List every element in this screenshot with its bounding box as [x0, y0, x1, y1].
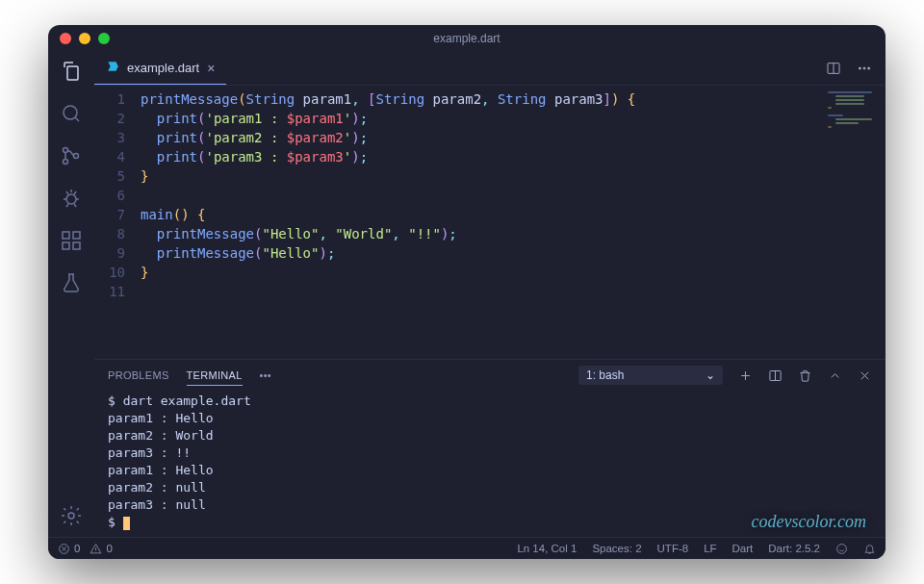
svg-point-11 [859, 67, 860, 69]
search-icon[interactable] [60, 102, 83, 125]
status-indent[interactable]: Spaces: 2 [592, 543, 641, 554]
svg-rect-7 [73, 242, 80, 249]
zoom-window-button[interactable] [98, 33, 110, 44]
status-warnings[interactable]: 0 [90, 543, 112, 555]
panel-more-icon[interactable]: ••• [260, 369, 271, 381]
explorer-icon[interactable] [60, 60, 83, 83]
problems-tab[interactable]: PROBLEMS [108, 369, 169, 381]
settings-gear-icon[interactable] [60, 504, 83, 527]
new-terminal-icon[interactable] [738, 368, 753, 383]
status-encoding[interactable]: UTF-8 [657, 543, 689, 554]
more-actions-icon[interactable] [857, 61, 872, 76]
svg-point-0 [64, 106, 77, 119]
terminal-tab[interactable]: TERMINAL [187, 369, 243, 386]
status-position[interactable]: Ln 14, Col 1 [517, 543, 577, 554]
editor-area: example.dart × 1234567891011 printMessag… [94, 52, 886, 537]
maximize-panel-icon[interactable] [828, 368, 842, 383]
status-sdk[interactable]: Dart: 2.5.2 [768, 543, 820, 554]
vscode-window: example.dart [48, 25, 886, 559]
close-panel-icon[interactable] [858, 368, 872, 383]
line-gutter: 1234567891011 [94, 89, 141, 359]
code-content[interactable]: printMessage(String param1, [String para… [141, 89, 828, 359]
svg-point-13 [868, 67, 870, 69]
svg-point-4 [66, 194, 76, 204]
svg-point-2 [64, 160, 68, 165]
dropdown-caret-icon: ⌄ [706, 368, 715, 382]
window-title: example.dart [48, 32, 886, 45]
minimap[interactable] [828, 86, 886, 359]
svg-point-9 [68, 513, 74, 519]
workbench-body: example.dart × 1234567891011 printMessag… [48, 52, 886, 537]
split-terminal-icon[interactable] [768, 368, 783, 383]
bottom-panel: PROBLEMS TERMINAL ••• 1: bash ⌄ [94, 359, 886, 537]
minimize-window-button[interactable] [79, 33, 90, 44]
split-editor-icon[interactable] [826, 61, 841, 76]
dart-file-icon [106, 60, 119, 76]
source-control-icon[interactable] [60, 144, 83, 167]
svg-point-3 [74, 154, 79, 159]
tab-filename: example.dart [127, 61, 199, 75]
window-titlebar: example.dart [48, 25, 886, 52]
svg-point-16 [837, 544, 847, 553]
close-window-button[interactable] [60, 33, 71, 44]
code-editor[interactable]: 1234567891011 printMessage(String param1… [94, 86, 828, 359]
testing-icon[interactable] [60, 271, 83, 294]
status-language[interactable]: Dart [732, 543, 754, 554]
debug-icon[interactable] [60, 187, 83, 210]
svg-rect-6 [63, 242, 69, 249]
svg-rect-8 [73, 232, 80, 239]
svg-rect-5 [63, 232, 69, 239]
terminal-selector[interactable]: 1: bash ⌄ [578, 366, 723, 385]
close-tab-icon[interactable]: × [207, 61, 215, 76]
svg-point-12 [863, 67, 865, 69]
status-eol[interactable]: LF [704, 543, 716, 554]
kill-terminal-icon[interactable] [798, 368, 812, 383]
status-bar: 0 0 Ln 14, Col 1 Spaces: 2 UTF-8 LF Dart… [48, 537, 886, 559]
status-errors[interactable]: 0 [58, 543, 80, 555]
svg-point-1 [64, 148, 68, 153]
editor-tab[interactable]: example.dart × [94, 52, 226, 85]
extensions-icon[interactable] [60, 229, 83, 252]
terminal-output[interactable]: $ dart example.dartparam1 : Helloparam2 … [94, 391, 886, 537]
feedback-icon[interactable] [835, 543, 848, 555]
tab-bar: example.dart × [94, 52, 886, 86]
terminal-selector-label: 1: bash [586, 368, 624, 382]
notifications-icon[interactable] [863, 543, 876, 555]
activity-bar [48, 52, 94, 537]
window-controls [60, 33, 110, 44]
